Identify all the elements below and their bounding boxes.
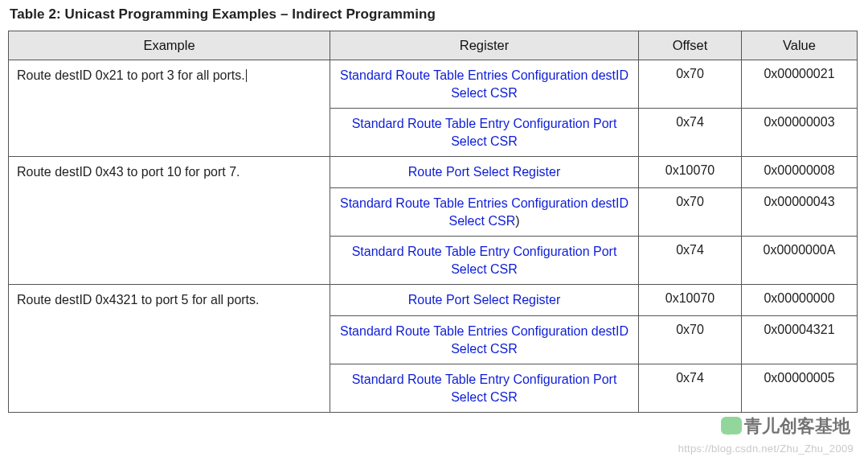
register-link[interactable]: Standard Route Table Entries Configurati…: [340, 324, 628, 356]
value-cell: 0x00004321: [742, 315, 858, 364]
table-title: Table 2: Unicast Programming Examples – …: [10, 6, 858, 23]
value-cell: 0x00000005: [742, 364, 858, 413]
wechat-icon: [721, 417, 742, 434]
register-cell: Standard Route Table Entry Configuration…: [330, 364, 639, 413]
register-cell: Route Port Select Register: [330, 157, 639, 188]
example-text: Route destID 0x43 to port 10 for port 7.: [17, 165, 240, 179]
value-cell: 0x0000000A: [742, 237, 858, 285]
programming-table: Example Register Offset Value Route dest…: [8, 31, 858, 413]
example-cell: Route destID 0x43 to port 10 for port 7.: [9, 157, 330, 285]
offset-cell: 0x70: [639, 315, 742, 364]
register-cell: Standard Route Table Entries Configurati…: [330, 187, 639, 236]
offset-cell: 0x10070: [639, 157, 742, 188]
header-register: Register: [330, 31, 639, 60]
register-cell: Standard Route Table Entry Configuration…: [330, 109, 639, 157]
register-link[interactable]: Standard Route Table Entry Configuration…: [352, 245, 617, 276]
register-link[interactable]: Route Port Select Register: [408, 293, 560, 307]
register-cell: Route Port Select Register: [330, 285, 639, 316]
table-header: Example Register Offset Value: [9, 31, 858, 60]
register-link[interactable]: Standard Route Table Entry Configuration…: [352, 117, 617, 148]
value-cell: 0x00000021: [742, 60, 858, 109]
page: Table 2: Unicast Programming Examples – …: [0, 0, 868, 461]
value-cell: 0x00000000: [742, 285, 858, 316]
example-cell: Route destID 0x21 to port 3 for all port…: [9, 60, 330, 157]
watermark-url: https://blog.csdn.net/Zhu_Zhu_2009: [678, 442, 854, 455]
offset-cell: 0x70: [639, 60, 742, 109]
register-cell: Standard Route Table Entries Configurati…: [330, 315, 639, 364]
table-header-row: Example Register Offset Value: [9, 31, 858, 60]
register-cell: Standard Route Table Entries Configurati…: [330, 60, 639, 109]
register-link[interactable]: Standard Route Table Entries Configurati…: [340, 68, 628, 100]
offset-cell: 0x70: [639, 187, 742, 236]
register-link[interactable]: Route Port Select Register: [408, 165, 560, 179]
register-link[interactable]: Standard Route Table Entries Configurati…: [340, 196, 628, 228]
value-cell: 0x00000003: [742, 109, 858, 157]
table-body: Route destID 0x21 to port 3 for all port…: [9, 60, 858, 413]
value-cell: 0x00000008: [742, 157, 858, 188]
watermark-text: 青儿创客基地: [744, 416, 850, 436]
offset-cell: 0x74: [639, 109, 742, 157]
value-cell: 0x00000043: [742, 187, 858, 236]
watermark-badge: 青儿创客基地: [721, 414, 850, 438]
example-text: Route destID 0x4321 to port 5 for all po…: [17, 293, 260, 307]
offset-cell: 0x74: [639, 364, 742, 413]
table-row: Route destID 0x21 to port 3 for all port…: [9, 60, 858, 109]
table-row: Route destID 0x4321 to port 5 for all po…: [9, 285, 858, 316]
table-row: Route destID 0x43 to port 10 for port 7.…: [9, 157, 858, 188]
header-offset: Offset: [639, 31, 742, 60]
offset-cell: 0x74: [639, 237, 742, 285]
offset-cell: 0x10070: [639, 285, 742, 316]
header-example: Example: [9, 31, 330, 60]
register-link[interactable]: Standard Route Table Entry Configuration…: [352, 373, 617, 404]
register-cell: Standard Route Table Entry Configuration…: [330, 237, 639, 285]
header-value: Value: [742, 31, 858, 60]
example-text: Route destID 0x21 to port 3 for all port…: [17, 68, 247, 82]
example-cell: Route destID 0x4321 to port 5 for all po…: [9, 285, 330, 413]
register-paren: ): [515, 214, 519, 228]
